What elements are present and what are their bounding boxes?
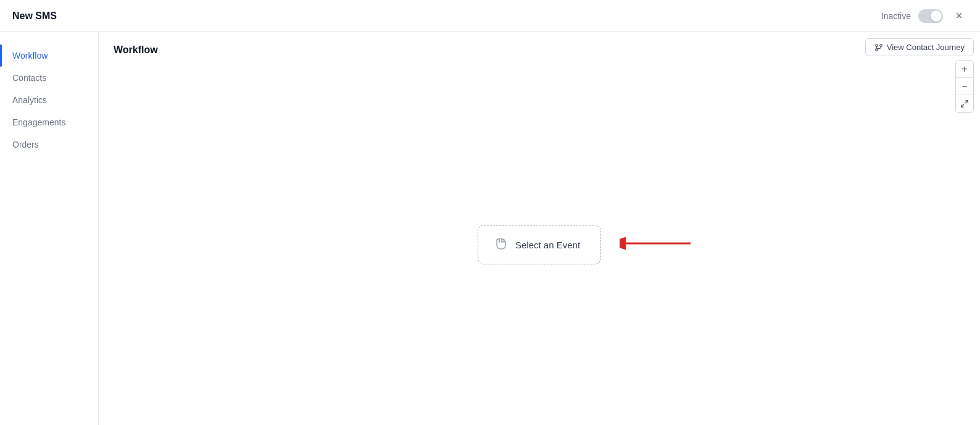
close-button[interactable]: ×	[950, 7, 968, 25]
app-title: New SMS	[12, 11, 57, 22]
sidebar: Workflow Contacts Analytics Engagements …	[0, 32, 99, 425]
status-toggle[interactable]	[918, 9, 943, 23]
sidebar-item-workflow[interactable]: Workflow	[0, 44, 98, 67]
header-controls: Inactive ×	[881, 7, 968, 25]
sidebar-item-analytics[interactable]: Analytics	[0, 89, 98, 111]
red-arrow-annotation	[620, 231, 694, 258]
event-node-icon	[493, 235, 508, 254]
sidebar-item-engagements[interactable]: Engagements	[0, 111, 98, 133]
status-label: Inactive	[881, 11, 911, 21]
fork-icon	[874, 43, 883, 52]
sidebar-item-orders[interactable]: Orders	[0, 133, 98, 156]
main-layout: Workflow Contacts Analytics Engagements …	[0, 32, 980, 425]
node-wrapper: Select an Event	[478, 225, 601, 264]
sidebar-item-contacts[interactable]: Contacts	[0, 67, 98, 89]
main-content: Workflow View Contact Journey + −	[99, 32, 980, 425]
select-event-node[interactable]: Select an Event	[478, 225, 601, 264]
header: New SMS Inactive ×	[0, 0, 980, 32]
event-node-label: Select an Event	[515, 240, 580, 250]
red-arrow-svg	[620, 231, 694, 256]
page-title: Workflow	[114, 44, 965, 56]
main-header: Workflow	[99, 32, 980, 62]
workflow-canvas: Select an Event	[99, 64, 980, 425]
view-contact-journey-button[interactable]: View Contact Journey	[865, 38, 974, 56]
